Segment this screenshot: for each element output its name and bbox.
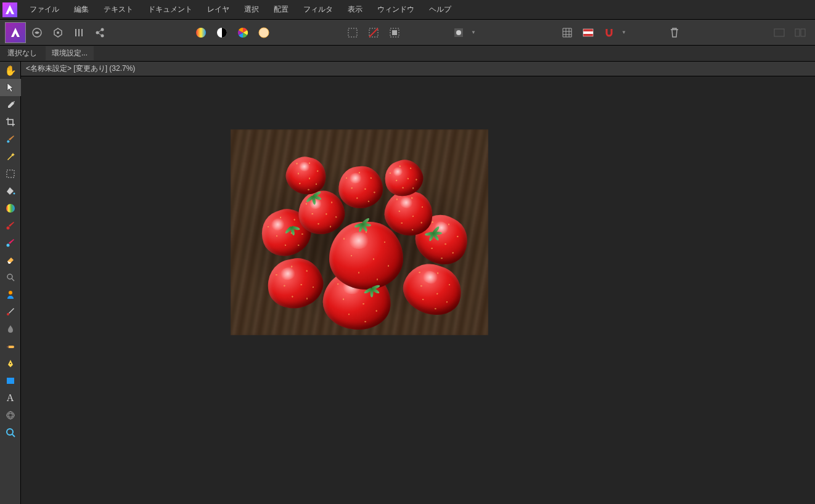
brush-tool[interactable] (0, 131, 21, 148)
canvas-viewport[interactable] (21, 76, 815, 504)
magic-wand-tool[interactable] (0, 148, 21, 165)
person-icon (6, 290, 15, 299)
mesh-tool[interactable] (0, 407, 21, 424)
blur-tool[interactable] (0, 320, 21, 338)
svg-point-38 (10, 363, 11, 364)
guides-button[interactable] (578, 23, 598, 43)
auto-levels-button[interactable] (191, 23, 211, 43)
deselect-button[interactable] (364, 23, 383, 43)
zoom-tool[interactable] (0, 424, 21, 441)
auto-adjust-group (191, 23, 274, 43)
svg-point-32 (7, 274, 12, 279)
redeye-icon (6, 307, 15, 317)
svg-line-33 (12, 278, 14, 281)
menu-text[interactable]: テキスト (97, 2, 139, 17)
tone-map-persona-button[interactable] (69, 23, 89, 43)
mixer-brush-tool[interactable] (0, 234, 21, 251)
svg-point-42 (9, 412, 12, 419)
invert-select-icon (389, 27, 400, 38)
document-tab[interactable]: <名称未設定> [変更あり] (32.7%) (21, 62, 815, 76)
menu-help[interactable]: ヘルプ (423, 2, 457, 17)
pen-icon (6, 359, 15, 368)
preferences-button[interactable]: 環境設定... (46, 46, 94, 60)
view-split-button[interactable] (790, 23, 810, 43)
svg-line-17 (369, 28, 378, 37)
svg-rect-25 (795, 29, 800, 36)
marquee-select-icon (347, 27, 358, 38)
paintbrush-icon (6, 221, 15, 230)
cursor-icon (6, 83, 15, 92)
svg-rect-15 (348, 28, 357, 37)
svg-point-2 (57, 31, 59, 34)
paint-brush-tool[interactable] (0, 217, 21, 234)
flood-fill-tool[interactable] (0, 182, 21, 200)
menu-view[interactable]: 表示 (342, 2, 369, 17)
menu-edit[interactable]: 編集 (68, 2, 95, 17)
svg-rect-23 (583, 31, 593, 34)
rectangle-tool[interactable] (0, 372, 21, 389)
move-tool[interactable] (0, 79, 21, 96)
marquee-select-button[interactable] (343, 23, 362, 43)
hand-icon: ✋ (4, 65, 17, 76)
svg-line-10 (99, 33, 101, 35)
develop-persona-button[interactable] (48, 23, 68, 43)
invert-select-button[interactable] (385, 23, 404, 43)
svg-rect-39 (7, 378, 14, 384)
svg-rect-3 (75, 29, 76, 36)
guides-icon (583, 28, 594, 37)
crop-tool[interactable] (0, 113, 21, 131)
menu-file[interactable]: ファイル (23, 2, 65, 17)
menu-arrange[interactable]: 配置 (268, 2, 295, 17)
mesh-icon (6, 410, 15, 420)
menu-select[interactable]: 選択 (238, 2, 265, 17)
selection-ops-group (343, 23, 404, 43)
quick-mask-button[interactable] (449, 23, 469, 43)
auto-colors-icon (237, 26, 249, 39)
svg-point-41 (7, 413, 14, 417)
text-tool[interactable]: A (0, 389, 21, 407)
pen-tool[interactable] (0, 355, 21, 372)
main-toolbar: ▼ ▼ (0, 20, 815, 46)
snap-button[interactable] (599, 23, 619, 43)
auto-colors-button[interactable] (233, 23, 253, 43)
snap-group: ▼ (557, 23, 626, 43)
grid-icon (562, 27, 573, 38)
svg-rect-24 (774, 29, 784, 36)
svg-point-30 (6, 227, 9, 230)
gradient-tool[interactable] (0, 200, 21, 217)
gradient-icon (6, 203, 15, 213)
export-persona-button[interactable] (90, 23, 110, 43)
bucket-icon (6, 186, 15, 196)
menu-document[interactable]: ドキュメント (142, 2, 199, 17)
menu-window[interactable]: ウィンドウ (371, 2, 420, 17)
chevron-down-icon: ▼ (471, 30, 476, 35)
svg-point-28 (13, 193, 15, 195)
auto-wb-button[interactable] (254, 23, 274, 43)
droplet-icon (6, 324, 15, 334)
liquify-persona-button[interactable] (27, 23, 47, 43)
zoom-detail-tool[interactable] (0, 269, 21, 286)
svg-line-44 (12, 434, 15, 437)
portrait-tool[interactable] (0, 286, 21, 303)
trash-icon (670, 27, 679, 38)
svg-point-7 (101, 28, 104, 31)
hand-tool[interactable]: ✋ (0, 62, 21, 79)
svg-point-35 (7, 313, 9, 315)
color-picker-tool[interactable] (0, 96, 21, 113)
svg-rect-36 (8, 346, 14, 348)
sparkle-icon (6, 152, 15, 161)
svg-point-11 (196, 28, 206, 38)
view-single-button[interactable] (769, 23, 789, 43)
menu-layer[interactable]: レイヤ (201, 2, 235, 17)
dodge-tool[interactable] (0, 338, 21, 355)
photo-persona-button[interactable] (5, 22, 26, 43)
menu-filter[interactable]: フィルタ (297, 2, 339, 17)
redeye-tool[interactable] (0, 303, 21, 320)
svg-point-6 (96, 31, 99, 34)
auto-contrast-button[interactable] (212, 23, 232, 43)
eraser-tool[interactable] (0, 251, 21, 269)
trash-button[interactable] (665, 23, 684, 43)
marquee-tool[interactable] (0, 165, 21, 182)
grid-button[interactable] (557, 23, 577, 43)
magnifier-icon (6, 428, 15, 437)
